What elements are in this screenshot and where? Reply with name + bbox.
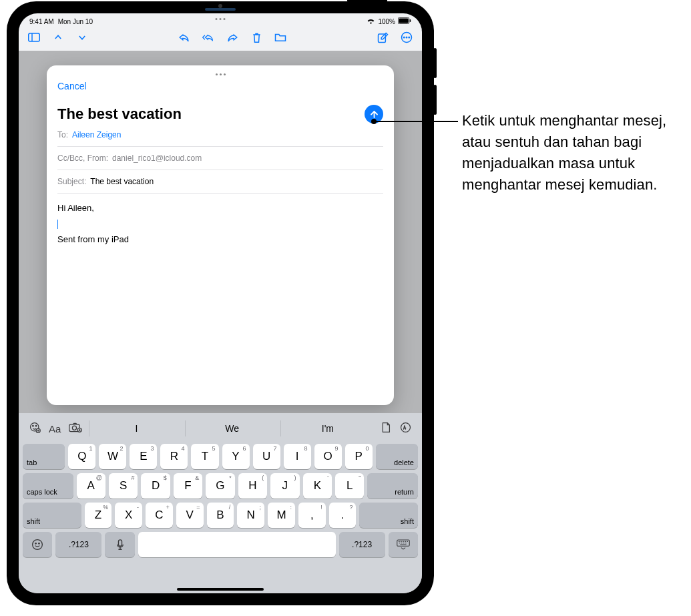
tab-key[interactable]: tab	[23, 444, 65, 469]
key-d[interactable]: $D	[141, 473, 170, 499]
key-m[interactable]: :M	[268, 503, 295, 528]
key-i[interactable]: 8I	[284, 444, 311, 469]
key-a[interactable]: @A	[77, 473, 105, 499]
key-e[interactable]: 3E	[130, 444, 157, 469]
status-date: Mon Jun 10	[58, 18, 93, 25]
key-q[interactable]: 1Q	[68, 444, 95, 469]
dictation-key[interactable]	[105, 532, 134, 557]
scan-doc-icon[interactable]	[381, 422, 391, 436]
key-l[interactable]: "L	[335, 473, 364, 499]
key-row-1: tab 1Q 2W 3E 4R 5T 6Y 7U 8I 9O 0P delete	[21, 444, 419, 469]
multitask-dots[interactable]	[216, 18, 226, 20]
key-o[interactable]: 9O	[314, 444, 342, 469]
ccbcc-from-field[interactable]: Cc/Bcc, From: daniel_rico1@icloud.com	[57, 147, 383, 170]
svg-point-18	[401, 422, 411, 432]
power-button	[347, 0, 387, 2]
delete-key[interactable]: delete	[376, 444, 418, 469]
ipad-device-frame: 9:41 AM Mon Jun 10 100%	[7, 1, 434, 605]
svg-rect-2	[410, 19, 411, 22]
compose-icon[interactable]	[377, 31, 389, 43]
battery-percent: 100%	[378, 18, 395, 25]
emoji-key[interactable]	[23, 532, 52, 557]
text-format-icon[interactable]: Aa	[49, 423, 61, 434]
sidebar-toggle-icon[interactable]	[28, 31, 40, 43]
svg-point-19	[33, 540, 43, 550]
volume-up-button	[433, 48, 437, 78]
key-r[interactable]: 4R	[160, 444, 188, 469]
from-value: daniel_rico1@icloud.com	[112, 153, 202, 163]
key-g[interactable]: *G	[206, 473, 234, 499]
next-message-icon[interactable]	[76, 31, 88, 43]
camera-scan-icon[interactable]	[69, 422, 82, 434]
to-recipient[interactable]: Aileen Zeigen	[72, 130, 121, 139]
prev-message-icon[interactable]	[52, 31, 64, 43]
text-cursor	[57, 220, 58, 229]
shift-key-left[interactable]: shift	[23, 503, 81, 528]
volume-down-button	[433, 85, 437, 115]
status-time: 9:41 AM	[29, 18, 54, 25]
shift-key-right[interactable]: shift	[359, 503, 418, 528]
numbers-key-right[interactable]: .?123	[339, 532, 385, 557]
return-key[interactable]: return	[367, 473, 418, 499]
ccbcc-label: Cc/Bcc, From:	[57, 153, 108, 163]
onscreen-keyboard: Aa I We I'm tab 1Q 2W 3E 4R 5T 6Y 7U	[19, 413, 422, 593]
message-body[interactable]: Hi Aileen, Sent from my iPad	[57, 194, 383, 247]
key-j[interactable]: )J	[270, 473, 299, 499]
numbers-key-left[interactable]: .?123	[55, 532, 101, 557]
prediction-1[interactable]: I	[89, 420, 183, 436]
svg-point-7	[404, 37, 405, 38]
key-t[interactable]: 5T	[191, 444, 218, 469]
to-label: To:	[57, 130, 68, 139]
key-p[interactable]: 0P	[345, 444, 373, 469]
key-period[interactable]: ?.	[329, 503, 357, 528]
capslock-key[interactable]: caps lock	[23, 473, 73, 499]
cancel-button[interactable]: Cancel	[57, 81, 87, 91]
status-bar: 9:41 AM Mon Jun 10 100%	[19, 13, 422, 25]
prediction-2[interactable]: We	[185, 420, 279, 436]
subject-value: The best vacation	[90, 177, 154, 186]
key-comma[interactable]: !,	[298, 503, 326, 528]
stickers-icon[interactable]	[29, 422, 41, 435]
dismiss-keyboard-key[interactable]	[389, 532, 418, 557]
key-f[interactable]: &F	[174, 473, 202, 499]
key-z[interactable]: %Z	[85, 503, 112, 528]
svg-rect-22	[118, 539, 122, 545]
subject-field[interactable]: Subject: The best vacation	[57, 170, 383, 194]
key-b[interactable]: /B	[207, 503, 234, 528]
key-h[interactable]: (H	[238, 473, 267, 499]
key-x[interactable]: -X	[115, 503, 142, 528]
reply-all-icon[interactable]	[202, 31, 214, 43]
callout-leader-line	[374, 121, 458, 122]
key-s[interactable]: #S	[109, 473, 138, 499]
svg-point-8	[406, 37, 407, 38]
spacebar-key[interactable]	[138, 532, 336, 557]
home-indicator[interactable]	[177, 588, 264, 591]
svg-point-21	[39, 543, 40, 545]
trash-icon[interactable]	[250, 31, 262, 43]
wifi-icon	[367, 17, 375, 25]
key-k[interactable]: 'K	[303, 473, 332, 499]
more-icon[interactable]	[401, 31, 413, 43]
prediction-3[interactable]: I'm	[280, 420, 375, 436]
body-greeting: Hi Aileen,	[57, 200, 383, 216]
compose-title: The best vacation	[57, 105, 182, 123]
key-w[interactable]: 2W	[99, 444, 126, 469]
key-row-2: caps lock @A #S $D &F *G (H )J 'K "L ret…	[21, 473, 419, 499]
sheet-menu-dots[interactable]	[57, 73, 383, 75]
svg-point-9	[409, 37, 410, 38]
key-row-4: .?123 .?123	[21, 532, 419, 557]
to-field[interactable]: To: Aileen Zeigen	[57, 123, 383, 147]
compose-sheet: Cancel The best vacation To: Aileen Zeig…	[47, 65, 394, 405]
key-v[interactable]: =V	[176, 503, 204, 528]
key-u[interactable]: 7U	[253, 444, 280, 469]
key-n[interactable]: ;N	[237, 503, 264, 528]
folder-icon[interactable]	[274, 31, 286, 43]
forward-icon[interactable]	[226, 31, 238, 43]
reply-icon[interactable]	[178, 31, 190, 43]
handwriting-icon[interactable]	[400, 422, 411, 436]
svg-point-16	[73, 426, 77, 430]
key-y[interactable]: 6Y	[222, 444, 250, 469]
svg-point-12	[33, 425, 34, 426]
key-c[interactable]: +C	[146, 503, 173, 528]
svg-rect-1	[399, 19, 409, 23]
